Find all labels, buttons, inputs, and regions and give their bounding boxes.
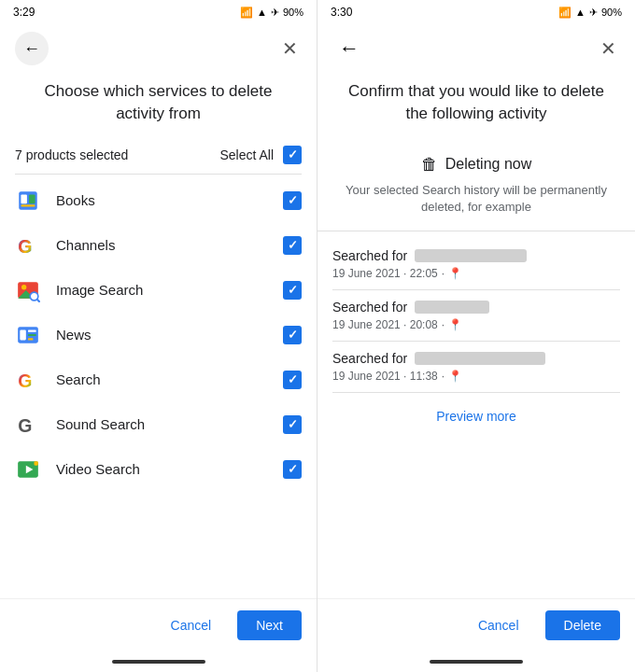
battery-left: 90% <box>283 7 303 18</box>
books-icon <box>15 188 41 214</box>
select-all-right[interactable]: Select All <box>219 146 302 164</box>
back-button-right[interactable]: ← <box>332 32 366 65</box>
list-item[interactable]: News <box>0 313 317 357</box>
checkbox-channels[interactable] <box>283 236 302 255</box>
item-label-books: Books <box>56 192 268 208</box>
item-label-channels: Channels <box>56 237 268 253</box>
svg-rect-20 <box>35 461 38 465</box>
home-indicator-left <box>0 651 317 672</box>
right-panel-footer: Cancel Delete <box>318 598 635 651</box>
status-icons-right: 📶 ▲ ✈ 90% <box>558 7 622 19</box>
search-google-icon: G <box>15 367 41 393</box>
select-all-checkbox[interactable] <box>283 146 302 164</box>
list-item[interactable]: Books <box>0 178 317 223</box>
location-icon-2: · <box>442 318 444 331</box>
list-item[interactable]: G G Channels <box>0 223 317 268</box>
deleting-title: Deleting now <box>445 156 532 173</box>
searched-for-row-3: Searched for <box>332 351 620 366</box>
location-pin-1: 📍 <box>448 267 462 280</box>
entry-date-2: 19 June 2021 · 20:08 <box>332 318 438 331</box>
preview-more-button[interactable]: Preview more <box>436 409 516 424</box>
svg-text:G: G <box>18 370 32 390</box>
searched-for-label-2: Searched for <box>332 300 407 315</box>
location-pin-3: 📍 <box>448 370 462 383</box>
battery-right: 90% <box>601 7 622 18</box>
svg-point-7 <box>21 285 26 289</box>
status-bar-right: 3:30 📶 ▲ ✈ 90% <box>318 0 635 24</box>
right-panel: 3:30 📶 ▲ ✈ 90% ← ✕ Confirm that you woul… <box>318 0 635 672</box>
items-list: Books G G C <box>0 175 317 598</box>
checkbox-video-search[interactable] <box>283 460 302 479</box>
list-item[interactable]: G Sound Search <box>0 402 317 447</box>
signal-icon-right: 📶 <box>558 7 572 19</box>
right-panel-title: Confirm that you would like to delete th… <box>318 73 635 140</box>
list-item[interactable]: Video Search <box>0 447 317 492</box>
airplane-icon: ✈ <box>271 7 279 19</box>
blurred-query-2 <box>415 301 489 314</box>
back-button[interactable]: ← <box>15 32 49 65</box>
wifi-icon: ▲ <box>257 7 267 18</box>
checkbox-sound-search[interactable] <box>283 415 302 434</box>
svg-rect-14 <box>28 334 36 336</box>
time-left: 3:29 <box>13 6 35 19</box>
searched-for-row-2: Searched for <box>332 300 620 315</box>
left-panel-title: Choose which services to delete activity… <box>0 73 317 140</box>
preview-more-section[interactable]: Preview more <box>332 393 620 440</box>
cancel-button-right[interactable]: Cancel <box>463 610 534 640</box>
entry-date-3: 19 June 2021 · 11:38 <box>332 370 438 383</box>
select-all-text: Select All <box>219 147 274 162</box>
panel-header-left: ← ✕ <box>0 24 317 73</box>
search-entry-2: Searched for 19 June 2021 · 20:08 · 📍 <box>332 290 620 342</box>
panel-header-right: ← ✕ <box>318 24 635 73</box>
svg-text:G: G <box>18 235 32 256</box>
search-entry-3: Searched for 19 June 2021 · 11:38 · 📍 <box>332 342 620 393</box>
image-search-icon <box>15 277 41 303</box>
home-indicator-right <box>318 651 635 672</box>
home-bar-left <box>112 660 205 664</box>
checkbox-news[interactable] <box>283 326 302 344</box>
deleting-subtitle: Your selected Search history will be per… <box>332 182 620 216</box>
close-button-left[interactable]: ✕ <box>278 34 302 63</box>
left-panel: 3:29 📶 ▲ ✈ 90% ← ✕ Choose which services… <box>0 0 318 672</box>
entry-meta-3: 19 June 2021 · 11:38 · 📍 <box>332 370 620 383</box>
svg-rect-12 <box>20 329 25 340</box>
searched-for-label-3: Searched for <box>332 351 407 366</box>
next-button[interactable]: Next <box>237 610 302 640</box>
search-entry-1: Searched for 19 June 2021 · 22:05 · 📍 <box>332 239 620 290</box>
delete-button[interactable]: Delete <box>545 610 620 640</box>
svg-rect-3 <box>21 204 35 206</box>
entry-date-1: 19 June 2021 · 22:05 <box>332 267 438 280</box>
entry-meta-1: 19 June 2021 · 22:05 · 📍 <box>332 267 620 280</box>
search-entries: Searched for 19 June 2021 · 22:05 · 📍 Se… <box>318 231 635 598</box>
wifi-icon-right: ▲ <box>575 7 586 18</box>
sound-search-icon: G <box>15 412 41 438</box>
searched-for-label-1: Searched for <box>332 248 407 263</box>
checkbox-search[interactable] <box>283 371 302 389</box>
left-panel-footer: Cancel Next <box>0 598 317 651</box>
deleting-section: 🗑 Deleting now Your selected Search hist… <box>318 140 635 231</box>
searched-for-row-1: Searched for <box>332 248 620 263</box>
close-button-right[interactable]: ✕ <box>597 34 620 63</box>
airplane-icon-right: ✈ <box>589 7 598 19</box>
channels-icon: G G <box>15 232 41 259</box>
status-icons-left: 📶 ▲ ✈ 90% <box>240 7 303 19</box>
trash-icon: 🗑 <box>421 155 438 175</box>
status-bar-left: 3:29 📶 ▲ ✈ 90% <box>0 0 317 24</box>
select-all-row: 7 products selected Select All <box>0 140 317 174</box>
item-label-search: Search <box>56 371 268 387</box>
time-right: 3:30 <box>331 6 352 19</box>
list-item[interactable]: Image Search <box>0 268 317 313</box>
cancel-button-left[interactable]: Cancel <box>156 610 227 640</box>
svg-rect-13 <box>28 329 36 331</box>
item-label-sound-search: Sound Search <box>56 416 268 432</box>
item-label-video-search: Video Search <box>56 461 268 477</box>
checkbox-books[interactable] <box>283 191 302 210</box>
list-item[interactable]: G Search <box>0 357 317 402</box>
signal-icon: 📶 <box>240 7 253 19</box>
news-icon <box>15 322 41 348</box>
deleting-header: 🗑 Deleting now <box>332 155 620 175</box>
products-count: 7 products selected <box>15 147 128 162</box>
item-label-news: News <box>56 327 268 343</box>
svg-rect-15 <box>28 338 33 340</box>
checkbox-image-search[interactable] <box>283 281 302 300</box>
